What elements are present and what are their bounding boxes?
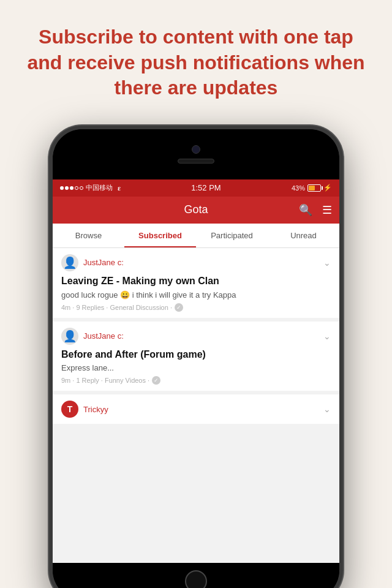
phone-bottom-bezel <box>53 563 339 588</box>
thread-item-3[interactable]: T Trickyy ⌄ <box>53 394 339 424</box>
username-1: JustJane c: <box>83 258 124 267</box>
thread-user-3: T Trickyy <box>61 401 108 418</box>
battery-fill <box>309 186 315 190</box>
status-right: 43% ⚡ <box>292 184 332 192</box>
thread-header-1: 👤 JustJane c: ⌄ <box>61 254 331 271</box>
search-icon[interactable]: 🔍 <box>299 203 312 217</box>
thread-preview-2: Express lane... <box>61 363 331 372</box>
chevron-down-icon-1[interactable]: ⌄ <box>323 258 331 268</box>
signal-dot-5 <box>80 186 83 190</box>
speaker <box>178 159 214 164</box>
phone-screen: 中国移动 𝛆 1:52 PM 43% ⚡ <box>53 179 339 563</box>
user-icon-1: 👤 <box>63 256 77 270</box>
battery-box <box>307 184 321 192</box>
thread-user-1: 👤 JustJane c: <box>61 254 124 271</box>
status-time: 1:52 PM <box>191 183 221 192</box>
user-icon-2: 👤 <box>63 330 77 343</box>
phone-frame: 中国移动 𝛆 1:52 PM 43% ⚡ <box>49 126 343 588</box>
charging-icon: ⚡ <box>323 184 332 192</box>
tab-subscribed[interactable]: Subscribed <box>124 224 196 247</box>
signal-dot-2 <box>65 186 69 190</box>
username-2: JustJane c: <box>83 331 124 341</box>
chevron-down-icon-3[interactable]: ⌄ <box>323 404 331 414</box>
thread-title-1: Leaving ZE - Making my own Clan <box>61 275 331 288</box>
wifi-icon: 𝛆 <box>118 184 121 192</box>
tab-bar: Browse Subscribed Participated Unread <box>53 224 339 248</box>
verified-icon-1: ✓ <box>175 303 183 312</box>
verified-icon-2: ✓ <box>152 376 160 385</box>
tab-unread[interactable]: Unread <box>268 224 339 247</box>
home-button[interactable] <box>185 570 207 588</box>
signal-dot-3 <box>70 186 74 190</box>
app-title: Gota <box>184 203 208 216</box>
camera <box>192 145 200 154</box>
thread-meta-1: 4m · 9 Replies · General Discussion · ✓ <box>61 303 331 312</box>
thread-preview-1: good luck rogue 😀 i think i will give it… <box>61 290 331 300</box>
avatar-2: 👤 <box>61 328 78 345</box>
phone-wrapper: 中国移动 𝛆 1:52 PM 43% ⚡ <box>0 119 392 588</box>
thread-title-2: Before and After (Forum game) <box>61 349 331 361</box>
signal-dot-4 <box>75 186 78 190</box>
menu-icon[interactable]: ☰ <box>322 203 332 217</box>
signal-dots <box>60 186 83 190</box>
content-area: 👤 JustJane c: ⌄ Leaving ZE - Making my o… <box>53 248 339 563</box>
carrier-text: 中国移动 <box>86 183 113 192</box>
avatar-1: 👤 <box>61 254 78 271</box>
header-icons: 🔍 ☰ <box>299 203 332 217</box>
app-header: Gota 🔍 ☰ <box>53 197 339 224</box>
tab-participated[interactable]: Participated <box>196 224 268 247</box>
thread-item[interactable]: 👤 JustJane c: ⌄ Leaving ZE - Making my o… <box>53 248 339 318</box>
thread-meta-2: 9m · 1 Reply · Funny Videos · ✓ <box>61 376 331 385</box>
battery-percent: 43% <box>292 184 305 192</box>
phone-top-bezel <box>53 129 339 179</box>
phone-inner: 中国移动 𝛆 1:52 PM 43% ⚡ <box>53 129 339 588</box>
avatar-3: T <box>61 401 78 418</box>
thread-user-2: 👤 JustJane c: <box>61 328 124 345</box>
battery-icon <box>307 184 321 192</box>
headline-text: Subscribe to content with one tap and re… <box>0 0 392 119</box>
username-3: Trickyy <box>83 405 108 414</box>
thread-item-2[interactable]: 👤 JustJane c: ⌄ Before and After (Forum … <box>53 322 339 391</box>
tab-browse[interactable]: Browse <box>53 224 124 247</box>
status-bar: 中国移动 𝛆 1:52 PM 43% ⚡ <box>53 179 339 197</box>
status-left: 中国移动 𝛆 <box>60 183 121 192</box>
signal-dot-1 <box>60 186 64 190</box>
chevron-down-icon-2[interactable]: ⌄ <box>323 331 331 341</box>
thread-header-2: 👤 JustJane c: ⌄ <box>61 328 331 345</box>
